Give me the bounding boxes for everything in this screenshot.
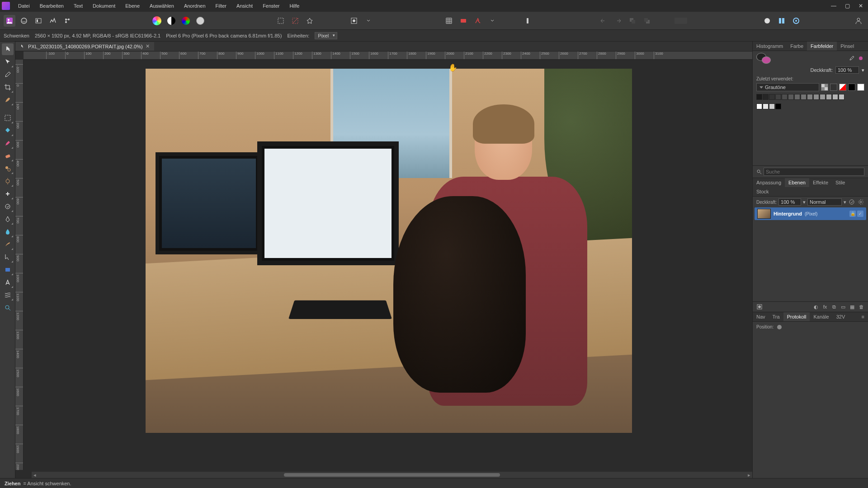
color-format-lab-button[interactable]	[180, 15, 192, 27]
paint-brush-tool[interactable]	[2, 137, 14, 149]
tab-farbe[interactable]: Farbe	[787, 42, 807, 51]
swatch-white-button[interactable]	[857, 84, 864, 91]
dodge-brush-tool[interactable]	[2, 175, 14, 187]
add-swatch-icon[interactable]	[857, 55, 864, 62]
marquee-tool[interactable]	[2, 112, 14, 124]
canvas-viewport[interactable]: ✋ ◂ ▸	[24, 60, 752, 478]
layer-adjustment-button[interactable]: ◐	[812, 303, 820, 310]
color-picker-tool[interactable]	[2, 69, 14, 80]
menu-datei[interactable]: Datei	[14, 1, 34, 10]
menu-ansicht[interactable]: Ansicht	[232, 1, 257, 10]
blend-mode-dropdown[interactable]: ▾	[844, 199, 846, 205]
swatch-color[interactable]	[826, 94, 832, 100]
zoom-tool[interactable]	[2, 302, 14, 314]
swatch-color[interactable]	[763, 103, 769, 109]
document-tab-close[interactable]: ✕	[146, 43, 150, 49]
selection-deselect-button[interactable]	[289, 15, 301, 27]
quick-mask-button[interactable]	[348, 15, 360, 27]
swatch-color[interactable]	[813, 94, 819, 100]
flood-select-tool[interactable]	[2, 125, 14, 136]
tab-kanaele[interactable]: Kanäle	[810, 312, 832, 321]
text-tool[interactable]	[2, 277, 14, 288]
crop-commit-button[interactable]	[672, 15, 690, 27]
tab-stock[interactable]: Stock	[753, 187, 773, 196]
redo-button[interactable]	[612, 15, 624, 27]
layer-live-filter-button[interactable]: ⧉	[830, 303, 838, 310]
menu-bearbeiten[interactable]: Bearbeiten	[35, 1, 68, 10]
blur-brush-tool[interactable]	[2, 226, 14, 238]
export-persona-button[interactable]	[61, 15, 73, 27]
window-minimize-button[interactable]: —	[828, 1, 839, 10]
tab-pinsel[interactable]: Pinsel	[837, 42, 858, 51]
layer-fx-button[interactable]: fx	[821, 303, 829, 310]
horizontal-scrollbar[interactable]: ◂ ▸	[32, 472, 752, 478]
rectangle-tool[interactable]	[2, 264, 14, 276]
swatch-opacity-dropdown[interactable]: ▾	[862, 67, 864, 73]
healing-brush-tool[interactable]	[2, 188, 14, 200]
swatch-color[interactable]	[839, 94, 844, 100]
develop-persona-button[interactable]	[33, 15, 44, 27]
layer-visible-icon[interactable]: ✓	[857, 211, 863, 217]
selection-refine-button[interactable]	[304, 15, 316, 27]
swatch-color[interactable]	[807, 94, 813, 100]
tab-32v[interactable]: 32V	[833, 312, 849, 321]
menu-ebene[interactable]: Ebene	[121, 1, 144, 10]
menu-auswaehlen[interactable]: Auswählen	[145, 1, 179, 10]
swatch-grid-button[interactable]	[821, 84, 828, 91]
clone-brush-tool[interactable]	[2, 163, 14, 174]
swatch-black-button[interactable]	[848, 84, 855, 91]
swatch-color[interactable]	[832, 94, 838, 100]
info-button[interactable]	[522, 15, 533, 27]
foreground-background-swatch[interactable]	[756, 53, 771, 64]
swatch-color[interactable]	[782, 94, 788, 100]
color-format-cmyk-button[interactable]	[194, 15, 206, 27]
scroll-right-arrow[interactable]: ▸	[746, 472, 752, 478]
color-format-rgb-button[interactable]	[151, 15, 163, 27]
menu-filter[interactable]: Filter	[211, 1, 231, 10]
swatch-none-button[interactable]	[839, 84, 846, 91]
swatch-color[interactable]	[788, 94, 794, 100]
search-input[interactable]	[764, 168, 864, 176]
menu-dokument[interactable]: Dokument	[88, 1, 120, 10]
layer-delete-button[interactable]: 🗑	[857, 303, 865, 310]
arrange-back-button[interactable]	[627, 15, 638, 27]
tab-stile[interactable]: Stile	[832, 178, 849, 187]
layer-lock-icon[interactable]: 🔒	[849, 211, 856, 217]
quick-mask-dropdown[interactable]	[363, 15, 374, 27]
swatch-color[interactable]	[775, 94, 781, 100]
scroll-left-arrow[interactable]: ◂	[32, 472, 38, 478]
menu-anordnen[interactable]: Anordnen	[179, 1, 210, 10]
horizontal-ruler[interactable]: -100010020030040050060070080090010001100…	[24, 52, 752, 60]
document-tab[interactable]: PXL_20230105_140800269.PORTRAIT.jpg (42.…	[15, 42, 154, 51]
arrange-front-button[interactable]	[641, 15, 653, 27]
erase-brush-tool[interactable]	[2, 150, 14, 162]
swatch-color[interactable]	[756, 103, 762, 109]
history-position-slider[interactable]	[777, 325, 782, 329]
tab-effekte[interactable]: Effekte	[809, 178, 832, 187]
window-close-button[interactable]: ✕	[855, 1, 866, 10]
mesh-warp-tool[interactable]	[2, 289, 14, 301]
swatch-color[interactable]	[769, 94, 775, 100]
swatch-menu-button[interactable]	[830, 84, 837, 91]
tab-anpassung[interactable]: Anpassung	[753, 178, 785, 187]
preview-button[interactable]	[790, 15, 802, 27]
swatch-color[interactable]	[769, 103, 775, 109]
tab-ebenen[interactable]: Ebenen	[785, 178, 809, 187]
node-tool[interactable]	[2, 251, 14, 263]
pen-tool[interactable]	[2, 213, 14, 225]
layer-add-mask-button[interactable]	[755, 303, 764, 310]
swatch-color[interactable]	[756, 94, 762, 100]
autocorrect-button[interactable]	[472, 15, 484, 27]
layer-cog-icon[interactable]	[857, 198, 864, 206]
tab-histogramm[interactable]: Histogramm	[753, 42, 787, 51]
swatch-opacity-input[interactable]: 100 %	[835, 66, 859, 74]
inpainting-tool[interactable]	[2, 201, 14, 212]
account-button[interactable]	[853, 15, 864, 27]
image-canvas[interactable]	[146, 69, 632, 433]
scroll-thumb[interactable]	[284, 473, 500, 477]
tab-nav[interactable]: Nav	[753, 312, 769, 321]
liquify-persona-button[interactable]	[18, 15, 30, 27]
units-select[interactable]: Pixel	[315, 32, 337, 39]
move-tool[interactable]	[2, 56, 14, 68]
menu-text[interactable]: Text	[69, 1, 87, 10]
